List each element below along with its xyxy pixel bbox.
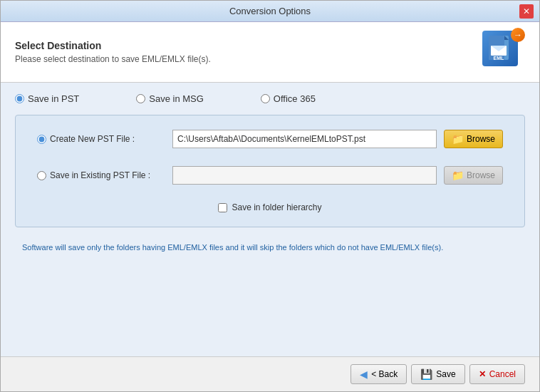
close-button[interactable]: ✕ bbox=[519, 4, 534, 19]
folder-hierarchy-label: Save in folder hierarchy bbox=[232, 202, 321, 212]
office365-radio[interactable] bbox=[261, 94, 270, 103]
create-pst-browse-label: Browse bbox=[467, 134, 495, 144]
folder-hierarchy-row: Save in folder hierarchy bbox=[37, 202, 503, 212]
existing-pst-browse-button[interactable]: 📁 Browse bbox=[444, 166, 503, 185]
header-text: Select Destination Please select destina… bbox=[15, 40, 211, 64]
radio-row: Save in PST Save in MSG Office 365 bbox=[15, 93, 525, 104]
existing-pst-field-label: Save in Existing PST File : bbox=[37, 170, 165, 180]
save-msg-option[interactable]: Save in MSG bbox=[136, 93, 204, 104]
save-msg-label: Save in MSG bbox=[149, 93, 204, 104]
footer: ◀ < Back 💾 Save ✕ Cancel bbox=[1, 356, 539, 391]
office365-label: Office 365 bbox=[274, 93, 316, 104]
eml-svg-icon: EML bbox=[486, 34, 514, 63]
folder-icon: 📁 bbox=[452, 133, 464, 145]
existing-pst-input[interactable] bbox=[172, 166, 437, 185]
info-text: Software will save only the folders havi… bbox=[15, 238, 525, 257]
inner-panel: Create New PST File : 📁 Browse Save in E… bbox=[15, 115, 525, 227]
back-icon: ◀ bbox=[360, 368, 368, 380]
save-msg-radio[interactable] bbox=[136, 94, 145, 103]
create-pst-label: Create New PST File : bbox=[50, 134, 135, 144]
cancel-x-icon: ✕ bbox=[479, 369, 486, 379]
existing-pst-browse-label: Browse bbox=[467, 170, 495, 180]
folder-hierarchy-checkbox[interactable] bbox=[218, 203, 227, 212]
create-pst-input[interactable] bbox=[172, 130, 437, 148]
office365-option[interactable]: Office 365 bbox=[261, 93, 316, 104]
save-icon: 💾 bbox=[420, 368, 432, 380]
create-pst-row: Create New PST File : 📁 Browse bbox=[37, 130, 503, 148]
svg-text:EML: EML bbox=[494, 56, 505, 61]
existing-pst-row: Save in Existing PST File : 📁 Browse bbox=[37, 166, 503, 185]
header-section: Select Destination Please select destina… bbox=[1, 22, 539, 83]
dialog-window: Conversion Options ✕ Select Destination … bbox=[0, 0, 540, 392]
header-title: Select Destination bbox=[15, 40, 211, 51]
cancel-label: Cancel bbox=[489, 369, 516, 379]
save-pst-label: Save in PST bbox=[28, 93, 79, 104]
save-pst-radio[interactable] bbox=[15, 94, 24, 103]
create-pst-radio[interactable] bbox=[37, 135, 46, 144]
dialog-title: Conversion Options bbox=[21, 6, 519, 16]
eml-icon: EML → bbox=[482, 31, 525, 73]
create-pst-browse-button[interactable]: 📁 Browse bbox=[444, 130, 503, 148]
title-bar: Conversion Options ✕ bbox=[1, 1, 539, 22]
content-area: Save in PST Save in MSG Office 365 Creat… bbox=[1, 83, 539, 356]
cancel-button[interactable]: ✕ Cancel bbox=[469, 364, 525, 384]
back-label: < Back bbox=[371, 369, 398, 379]
save-pst-option[interactable]: Save in PST bbox=[15, 93, 79, 104]
save-button[interactable]: 💾 Save bbox=[411, 364, 464, 384]
folder-icon-disabled: 📁 bbox=[452, 170, 464, 181]
existing-pst-radio[interactable] bbox=[37, 171, 46, 180]
header-description: Please select destination to save EML/EM… bbox=[15, 54, 211, 64]
back-button[interactable]: ◀ < Back bbox=[351, 364, 407, 384]
create-pst-field-label: Create New PST File : bbox=[37, 134, 165, 144]
existing-pst-label: Save in Existing PST File : bbox=[50, 170, 150, 180]
save-label: Save bbox=[436, 369, 455, 379]
